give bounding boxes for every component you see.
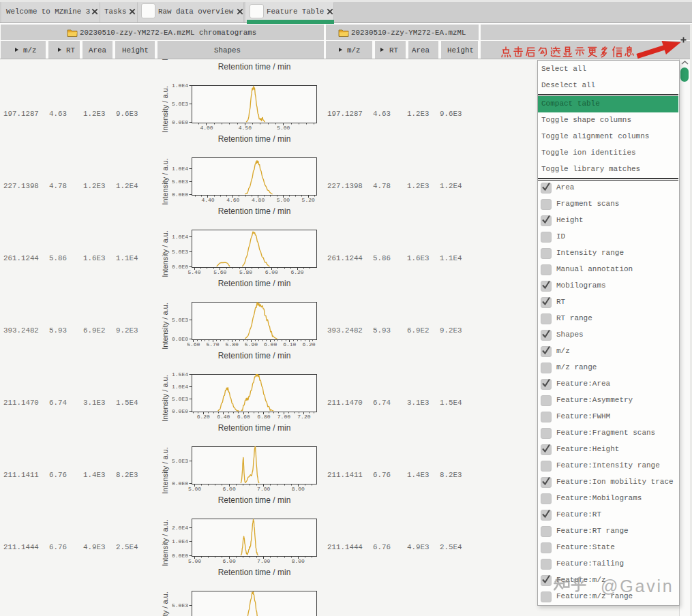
svg-text:Intensity / a.u.: Intensity / a.u. bbox=[161, 230, 169, 277]
svg-text:Retention time / min: Retention time / min bbox=[218, 62, 291, 72]
svg-text:7.20: 7.20 bbox=[297, 414, 310, 420]
svg-text:7.00: 7.00 bbox=[257, 486, 270, 492]
svg-text:1.0E4: 1.0E4 bbox=[172, 538, 188, 544]
svg-text:5.40: 5.40 bbox=[187, 269, 200, 275]
svg-text:7.00: 7.00 bbox=[277, 414, 290, 420]
svg-text:Intensity / a.u.: Intensity / a.u. bbox=[161, 447, 169, 493]
svg-text:2.0E4: 2.0E4 bbox=[172, 525, 188, 531]
svg-text:5.0E3: 5.0E3 bbox=[172, 396, 188, 402]
svg-text:5.0E3: 5.0E3 bbox=[172, 458, 188, 464]
svg-text:0.0E0: 0.0E0 bbox=[172, 119, 188, 125]
svg-text:0.0E0: 0.0E0 bbox=[172, 480, 188, 487]
svg-text:0.0E0: 0.0E0 bbox=[172, 191, 188, 198]
svg-text:5.0E3: 5.0E3 bbox=[172, 602, 188, 609]
svg-text:0.0E0: 0.0E0 bbox=[172, 408, 188, 414]
svg-text:4.50: 4.50 bbox=[239, 125, 252, 131]
svg-text:5.20: 5.20 bbox=[302, 197, 315, 203]
svg-text:5.80: 5.80 bbox=[239, 269, 252, 275]
svg-text:1.0E4: 1.0E4 bbox=[172, 234, 188, 240]
svg-text:1.5E4: 1.5E4 bbox=[172, 371, 188, 378]
svg-text:Intensity / a.u.: Intensity / a.u. bbox=[161, 59, 169, 61]
svg-text:1.0E4: 1.0E4 bbox=[172, 384, 188, 390]
svg-text:6.40: 6.40 bbox=[217, 414, 230, 420]
svg-text:6.20: 6.20 bbox=[290, 269, 303, 275]
svg-text:6.00: 6.00 bbox=[264, 341, 277, 348]
svg-text:Intensity / a.u.: Intensity / a.u. bbox=[161, 86, 169, 132]
svg-text:6.00: 6.00 bbox=[265, 269, 278, 275]
svg-text:1.0E4: 1.0E4 bbox=[172, 166, 188, 172]
svg-text:Intensity / a.u.: Intensity / a.u. bbox=[161, 303, 169, 349]
svg-text:5.00: 5.00 bbox=[188, 486, 201, 492]
svg-text:4.40: 4.40 bbox=[201, 197, 214, 203]
svg-text:8.00: 8.00 bbox=[292, 486, 305, 492]
svg-text:5.0E3: 5.0E3 bbox=[172, 101, 188, 107]
svg-text:Retention time / min: Retention time / min bbox=[218, 495, 291, 505]
svg-text:6.80: 6.80 bbox=[257, 414, 270, 420]
svg-text:5.60: 5.60 bbox=[187, 341, 200, 348]
svg-text:5.0E3: 5.0E3 bbox=[172, 179, 188, 185]
svg-text:4.60: 4.60 bbox=[226, 197, 239, 203]
svg-text:1.0E4: 1.0E4 bbox=[172, 82, 188, 89]
svg-text:5.0E3: 5.0E3 bbox=[172, 249, 188, 255]
svg-text:Intensity / a.u.: Intensity / a.u. bbox=[161, 519, 169, 566]
svg-text:7.00: 7.00 bbox=[257, 558, 270, 564]
svg-text:5.80: 5.80 bbox=[226, 341, 239, 348]
svg-text:4.00: 4.00 bbox=[200, 125, 213, 131]
svg-text:6.20: 6.20 bbox=[302, 341, 315, 348]
svg-text:5.0E3: 5.0E3 bbox=[172, 317, 188, 323]
svg-text:Intensity / a.u.: Intensity / a.u. bbox=[161, 158, 169, 204]
svg-text:6.60: 6.60 bbox=[237, 414, 250, 420]
svg-text:Retention time / min: Retention time / min bbox=[218, 351, 291, 360]
svg-text:@Gavin: @Gavin bbox=[601, 576, 674, 596]
svg-text:Retention time / min: Retention time / min bbox=[218, 423, 291, 433]
svg-text:0.0E0: 0.0E0 bbox=[172, 336, 188, 342]
svg-text:6.00: 6.00 bbox=[222, 558, 235, 564]
svg-text:Retention time / min: Retention time / min bbox=[218, 134, 291, 144]
svg-text:6.00: 6.00 bbox=[222, 486, 235, 492]
svg-text:6.10: 6.10 bbox=[283, 341, 296, 348]
svg-text:5.00: 5.00 bbox=[277, 197, 290, 203]
svg-text:Retention time / min: Retention time / min bbox=[218, 568, 291, 577]
svg-text:Intensity / a.u.: Intensity / a.u. bbox=[161, 591, 169, 616]
svg-text:8.00: 8.00 bbox=[292, 558, 305, 564]
svg-text:5.00: 5.00 bbox=[188, 558, 201, 564]
svg-text:5.60: 5.60 bbox=[213, 269, 226, 275]
svg-text:5.90: 5.90 bbox=[245, 341, 258, 348]
svg-text:4.80: 4.80 bbox=[252, 197, 265, 203]
svg-text:0.0E0: 0.0E0 bbox=[172, 553, 188, 559]
svg-text:6.20: 6.20 bbox=[197, 414, 210, 420]
svg-text:5.00: 5.00 bbox=[277, 125, 290, 131]
svg-text:5.70: 5.70 bbox=[206, 341, 219, 348]
svg-text:Intensity / a.u.: Intensity / a.u. bbox=[161, 375, 169, 421]
svg-text:Retention time / min: Retention time / min bbox=[218, 279, 291, 288]
svg-text:0.0E0: 0.0E0 bbox=[172, 264, 188, 270]
svg-text:Retention time / min: Retention time / min bbox=[218, 206, 291, 216]
